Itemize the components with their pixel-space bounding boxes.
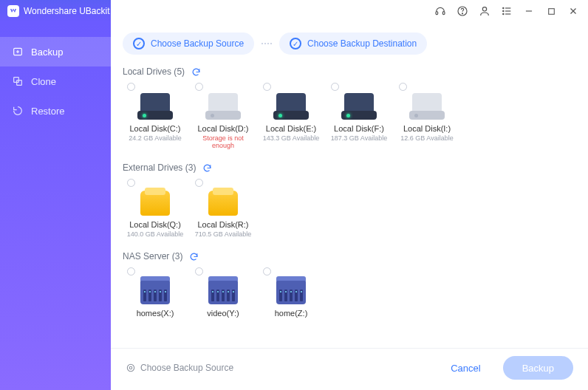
radio-unselected-icon[interactable]	[195, 267, 203, 276]
maximize-icon[interactable]	[545, 5, 557, 17]
disk-light-icon	[205, 90, 241, 120]
drive-item[interactable]: homes(X:)	[123, 267, 188, 324]
backup-icon	[12, 46, 24, 58]
radio-unselected-icon[interactable]	[263, 267, 271, 276]
workflow-steps: ✓ Choose Backup Source ✓ Choose Backup D…	[111, 22, 588, 62]
svg-point-4	[482, 7, 486, 11]
refresh-icon[interactable]	[188, 251, 199, 261]
step-choose-destination[interactable]: ✓ Choose Backup Destination	[279, 32, 427, 55]
svg-point-9	[503, 13, 504, 14]
svg-point-19	[129, 366, 132, 369]
radio-unselected-icon[interactable]	[263, 83, 271, 91]
drive-name: home(Z:)	[275, 309, 308, 318]
title-bar-actions	[111, 5, 588, 17]
drive-subtext: 187.3 GB Available	[331, 134, 387, 142]
svg-point-7	[503, 10, 504, 11]
app-title: Wondershare UBackit	[24, 6, 110, 16]
drive-name: Local Disk(I:)	[403, 124, 451, 133]
drive-name: video(Y:)	[207, 309, 239, 318]
sidebar-item-label: Clone	[31, 76, 56, 87]
local-drives-grid: Local Disk(C:) 24.2 GB Available Local D…	[123, 83, 576, 155]
sidebar: Backup Clone Restore	[0, 22, 111, 390]
drive-name: Local Disk(D:)	[197, 124, 248, 133]
footer-actions: Cancel Backup	[443, 356, 573, 380]
drive-item[interactable]: Local Disk(I:) 12.6 GB Available	[394, 83, 459, 155]
drive-subtext: 143.3 GB Available	[263, 134, 319, 142]
main-panel: ✓ Choose Backup Source ✓ Choose Backup D…	[111, 22, 588, 390]
radio-unselected-icon[interactable]	[127, 83, 135, 91]
section-title: External Drives (3)	[123, 162, 196, 173]
radio-unselected-icon[interactable]	[195, 83, 203, 91]
cancel-button[interactable]: Cancel	[443, 357, 488, 380]
account-icon[interactable]	[479, 5, 490, 17]
footer-hint-text: Choose Backup Source	[140, 363, 233, 373]
drive-item[interactable]: video(Y:)	[191, 267, 256, 324]
clone-icon	[12, 75, 24, 87]
drive-scroll-area[interactable]: Local Drives (5) Local Disk(C:) 24.2 GB …	[111, 62, 588, 348]
svg-rect-0	[436, 12, 438, 15]
menu-list-icon[interactable]	[501, 5, 513, 17]
sidebar-item-label: Backup	[31, 47, 63, 58]
drive-name: Local Disk(F:)	[334, 124, 384, 133]
radio-unselected-icon[interactable]	[331, 83, 339, 91]
sidebar-item-restore[interactable]: Restore	[0, 96, 111, 126]
radio-unselected-icon[interactable]	[127, 179, 135, 187]
drive-item[interactable]: home(Z:)	[259, 267, 324, 324]
app-body: Backup Clone Restore ✓ Choose Backup Sou…	[0, 22, 588, 390]
drive-name: Local Disk(E:)	[266, 124, 316, 133]
restore-icon	[12, 105, 24, 117]
drive-name: Local Disk(Q:)	[129, 220, 181, 229]
svg-rect-12	[548, 8, 554, 14]
nas-server-icon	[205, 275, 241, 304]
section-header-nas: NAS Server (3)	[123, 251, 576, 261]
section-title: Local Drives (5)	[123, 66, 185, 77]
step-separator	[261, 43, 272, 44]
step-choose-source[interactable]: ✓ Choose Backup Source	[123, 32, 254, 55]
drive-item[interactable]: Local Disk(C:) 24.2 GB Available	[123, 83, 188, 155]
drive-name: Local Disk(C:)	[129, 124, 180, 133]
disk-light-icon	[409, 90, 445, 120]
drive-subtext: 12.6 GB Available	[400, 134, 453, 142]
footer-hint: Choose Backup Source	[126, 363, 233, 373]
app-window: Wondershare UBackit Backup Clone Rest	[0, 0, 588, 390]
close-icon[interactable]	[567, 5, 579, 17]
section-header-local: Local Drives (5)	[123, 66, 576, 77]
drive-subtext: 710.5 GB Available	[195, 230, 251, 238]
support-icon[interactable]	[434, 5, 446, 17]
svg-rect-16	[14, 78, 19, 83]
external-disk-icon	[205, 186, 241, 216]
drive-item[interactable]: Local Disk(E:) 143.3 GB Available	[259, 83, 324, 155]
sidebar-item-label: Restore	[31, 106, 65, 117]
drive-subtext: 140.0 GB Available	[127, 230, 183, 238]
disk-dark-icon	[273, 90, 309, 120]
drive-item[interactable]: Local Disk(R:) 710.5 GB Available	[191, 179, 256, 244]
radio-unselected-icon[interactable]	[127, 267, 135, 276]
sidebar-item-backup[interactable]: Backup	[0, 37, 111, 66]
refresh-icon[interactable]	[191, 66, 201, 77]
refresh-icon[interactable]	[202, 162, 212, 173]
svg-point-3	[462, 13, 462, 14]
drive-subtext: 24.2 GB Available	[129, 134, 181, 142]
drive-name: homes(X:)	[137, 309, 174, 318]
drive-item[interactable]: Local Disk(D:) Storage is not enough	[191, 83, 256, 155]
radio-unselected-icon[interactable]	[195, 179, 203, 187]
drive-item[interactable]: Local Disk(F:) 187.3 GB Available	[327, 83, 392, 155]
section-header-external: External Drives (3)	[123, 162, 576, 173]
step-label: Choose Backup Source	[151, 38, 244, 49]
help-icon[interactable]	[457, 5, 468, 17]
target-icon	[126, 363, 136, 373]
section-title: NAS Server (3)	[123, 251, 182, 261]
check-circle-icon: ✓	[133, 38, 145, 49]
drive-item[interactable]: Local Disk(Q:) 140.0 GB Available	[123, 179, 188, 244]
step-label: Choose Backup Destination	[307, 38, 417, 49]
svg-point-5	[503, 7, 504, 8]
svg-rect-1	[442, 12, 445, 15]
backup-button[interactable]: Backup	[503, 356, 573, 380]
radio-unselected-icon[interactable]	[399, 83, 407, 91]
nas-grid: homes(X:) video(Y:) home(Z:)	[123, 267, 576, 324]
nas-server-icon	[137, 275, 173, 304]
sidebar-item-clone[interactable]: Clone	[0, 66, 111, 96]
minimize-icon[interactable]	[523, 5, 535, 17]
disk-dark-icon	[137, 90, 173, 120]
external-drives-grid: Local Disk(Q:) 140.0 GB Available Local …	[123, 179, 576, 244]
